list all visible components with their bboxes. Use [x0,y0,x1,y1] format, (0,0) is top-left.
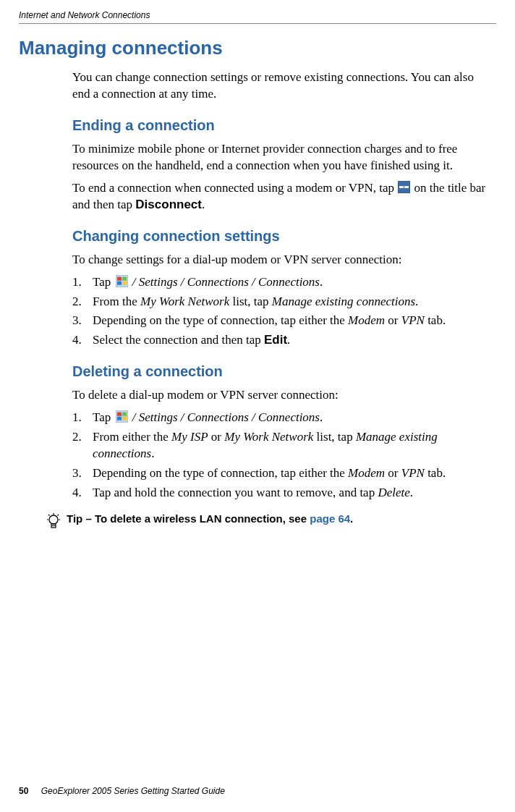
step-dot: . [320,410,323,424]
ending-p2: To end a connection when connected using… [72,180,489,213]
svg-line-7 [48,515,50,516]
step-text: Depending on the type of connection, tap… [93,313,348,327]
changing-lead: To change settings for a dial-up modem o… [72,252,489,268]
sub-heading-changing: Changing connection settings [72,228,489,245]
step-content: Depending on the type of connection, tap… [93,465,489,482]
deleting-steps: 1. Tap / Settings / Connections / Connec… [72,410,489,502]
step-dot: . [410,486,413,499]
step-italic: VPN [401,466,425,480]
footer-title: GeoExplorer 2005 Series Getting Started … [41,786,225,796]
list-item: 1. Tap / Settings / Connections / Connec… [72,274,489,291]
main-title: Managing connections [19,37,515,59]
step-content: Tap / Settings / Connections / Connectio… [93,410,489,426]
step-number: 2. [72,294,93,310]
tip-dot: . [350,512,353,525]
ending-dot: . [202,198,205,211]
page-footer: 50 GeoExplorer 2005 Series Getting Start… [19,786,225,796]
step-text: Tap and hold the connection you want to … [93,486,378,499]
step-path: / Settings / Connections / Connections [129,275,320,289]
tip-link[interactable]: page 64 [310,512,350,525]
windows-start-icon [116,275,128,287]
deleting-lead: To delete a dial-up modem or VPN server … [72,387,489,404]
step-text: Select the connection and then tap [93,333,264,347]
step-text: list, tap [229,295,272,308]
sub-heading-deleting: Deleting a connection [72,363,489,380]
tip-text: Tip – To delete a wireless LAN connectio… [67,512,353,526]
ending-p2a: To end a connection when connected using… [72,181,397,195]
step-text: From the [93,295,140,308]
list-item: 2. From either the My ISP or My Work Net… [72,429,489,462]
tip-label: Tip – [67,512,95,525]
step-text: Depending on the type of connection, tap… [93,466,348,480]
list-item: 1. Tap / Settings / Connections / Connec… [72,410,489,426]
disconnect-label: Disconnect [135,198,202,211]
step-dot: . [415,295,418,308]
step-text: Tap [93,410,114,424]
list-item: 4. Tap and hold the connection you want … [72,485,489,502]
step-content: Depending on the type of connection, tap… [93,313,489,329]
svg-line-8 [58,515,59,516]
svg-point-5 [49,515,58,524]
header-rule [19,23,496,24]
tip-body: To delete a wireless LAN connection, see [95,512,310,525]
step-number: 1. [72,274,93,291]
tip-callout: Tip – To delete a wireless LAN connectio… [46,512,489,533]
step-text: or [385,466,401,480]
step-dot: . [151,447,154,460]
step-italic: VPN [401,313,425,327]
edit-label: Edit [264,333,287,347]
svg-rect-2 [405,186,409,188]
svg-rect-4 [116,410,128,423]
step-content: From the My Work Network list, tap Manag… [93,294,489,310]
step-text: tab. [425,313,446,327]
step-italic: Manage existing connections [272,295,415,308]
connectivity-icon [398,181,410,193]
list-item: 3. Depending on the type of connection, … [72,313,489,329]
step-content: Tap and hold the connection you want to … [93,485,489,502]
step-number: 1. [72,410,93,426]
step-italic: My Work Network [224,430,313,444]
intro-paragraph: You can change connection settings or re… [72,69,489,103]
step-text: tab. [425,466,446,480]
list-item: 3. Depending on the type of connection, … [72,465,489,482]
step-content: Tap / Settings / Connections / Connectio… [93,274,489,291]
step-number: 3. [72,313,93,329]
list-item: 4. Select the connection and then tap Ed… [72,332,489,349]
page-number: 50 [19,786,28,796]
step-dot: . [287,333,290,347]
step-text: or [385,313,401,327]
step-italic: Modem [348,466,385,480]
step-italic: Modem [348,313,385,327]
step-text: From either the [93,430,171,444]
step-number: 4. [72,485,93,502]
sub-heading-ending: Ending a connection [72,117,489,134]
step-text: Tap [93,275,114,289]
windows-start-icon [116,410,128,423]
step-number: 3. [72,465,93,482]
svg-rect-1 [399,186,403,188]
lightbulb-icon [46,512,67,533]
svg-rect-3 [116,275,128,287]
changing-steps: 1. Tap / Settings / Connections / Connec… [72,274,489,350]
step-content: Select the connection and then tap Edit. [93,332,489,349]
step-italic: My Work Network [140,295,229,308]
step-path: / Settings / Connections / Connections [129,410,320,424]
step-number: 4. [72,332,93,349]
step-content: From either the My ISP or My Work Networ… [93,429,489,462]
step-text: or [208,430,225,444]
step-text: list, tap [313,430,356,444]
ending-p1: To minimize mobile phone or Internet pro… [72,141,489,174]
list-item: 2. From the My Work Network list, tap Ma… [72,294,489,310]
step-number: 2. [72,429,93,462]
step-dot: . [320,275,323,289]
page-header: Internet and Network Connections [0,0,515,20]
step-italic: Delete [378,486,409,499]
step-italic: My ISP [171,430,208,444]
